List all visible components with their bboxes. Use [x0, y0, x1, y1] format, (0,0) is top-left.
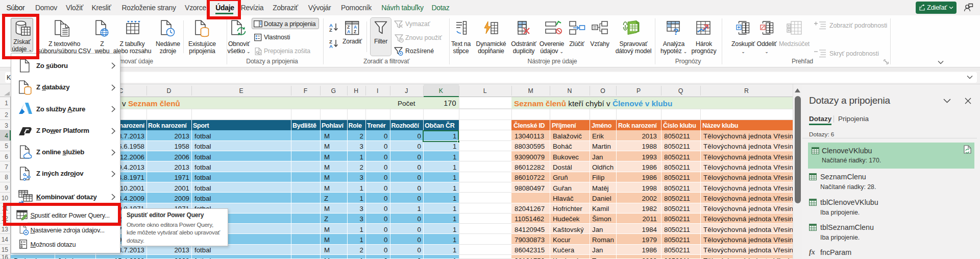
svg-text:Z: Z	[354, 29, 356, 34]
svg-text:Z: Z	[347, 24, 350, 29]
svg-text:Z: Z	[329, 27, 332, 33]
svg-text:A: A	[354, 24, 357, 29]
svg-text:A: A	[347, 29, 350, 34]
svg-text:?: ?	[673, 27, 678, 36]
